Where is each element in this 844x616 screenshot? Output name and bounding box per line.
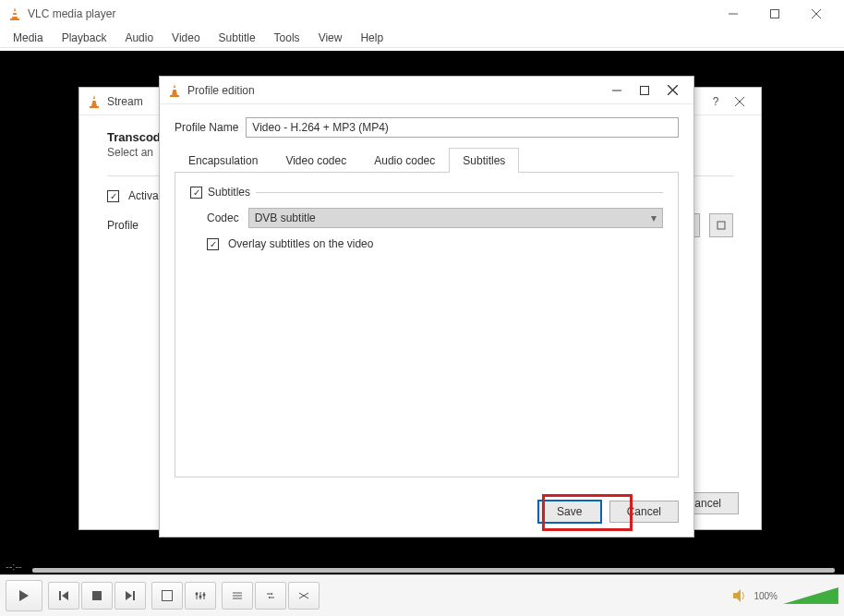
tab-subtitles[interactable]: Subtitles	[449, 148, 519, 173]
stream-close-button[interactable]	[726, 88, 754, 115]
menu-subtitle[interactable]: Subtitle	[210, 29, 265, 47]
chevron-down-icon: ▾	[651, 211, 657, 224]
svg-point-18	[196, 593, 199, 596]
tab-video-codec[interactable]: Video codec	[271, 148, 360, 173]
menu-help[interactable]: Help	[351, 29, 392, 47]
time-status: --:--	[6, 561, 22, 572]
vlc-cone-icon	[7, 6, 22, 21]
close-button[interactable]	[795, 0, 837, 28]
fullscreen-button[interactable]	[151, 582, 183, 610]
svg-point-19	[199, 596, 202, 598]
vlc-cone-icon	[167, 83, 182, 98]
svg-marker-8	[19, 590, 29, 601]
profile-name-label: Profile Name	[175, 121, 238, 134]
profile-maximize-button[interactable]	[631, 77, 658, 104]
profile-name-input[interactable]	[246, 117, 679, 138]
svg-rect-9	[59, 591, 61, 600]
play-button[interactable]	[6, 580, 42, 611]
menu-media[interactable]: Media	[4, 29, 53, 47]
save-button[interactable]: Save	[537, 500, 602, 524]
svg-marker-24	[733, 589, 741, 602]
main-titlebar: VLC media player	[0, 0, 844, 28]
svg-rect-2	[13, 11, 17, 13]
svg-rect-26	[90, 106, 99, 108]
vlc-cone-icon	[87, 94, 102, 109]
profile-label: Profile	[107, 219, 153, 232]
svg-point-20	[203, 594, 206, 597]
svg-marker-12	[126, 591, 132, 600]
maximize-button[interactable]	[754, 0, 795, 28]
subtitles-checkbox[interactable]: ✓	[190, 187, 202, 199]
profile-dialog-title: Profile edition	[187, 84, 603, 97]
svg-rect-37	[641, 86, 649, 94]
menubar: Media Playback Audio Video Subtitle Tool…	[0, 28, 844, 48]
main-title: VLC media player	[28, 7, 712, 20]
profile-dialog: Profile edition Profile Name Encapsulati…	[159, 76, 694, 537]
overlay-label: Overlay subtitles on the video	[228, 237, 373, 250]
svg-rect-35	[173, 88, 176, 90]
menu-audio[interactable]: Audio	[115, 29, 163, 47]
tab-audio-codec[interactable]: Audio codec	[360, 148, 449, 173]
speaker-icon[interactable]	[731, 587, 748, 604]
seek-bar[interactable]	[32, 565, 835, 574]
menu-view[interactable]: View	[309, 29, 352, 47]
svg-rect-1	[10, 18, 19, 20]
svg-rect-13	[133, 591, 135, 600]
volume-slider[interactable]	[783, 587, 838, 604]
menu-video[interactable]: Video	[163, 29, 209, 47]
svg-rect-11	[92, 591, 102, 600]
tab-encapsulation[interactable]: Encapsulation	[175, 148, 271, 173]
stop-button[interactable]	[81, 582, 113, 610]
svg-rect-3	[13, 15, 18, 17]
subtitles-check-label: Subtitles	[208, 186, 250, 199]
svg-rect-14	[163, 591, 173, 601]
svg-rect-5	[770, 10, 778, 18]
svg-marker-10	[62, 591, 68, 600]
codec-select: DVB subtitle ▾	[248, 208, 663, 228]
menu-playback[interactable]: Playback	[53, 29, 116, 47]
ext-settings-button[interactable]	[185, 582, 216, 610]
menu-tools[interactable]: Tools	[265, 29, 309, 47]
prev-button[interactable]	[48, 582, 79, 610]
profile-minimize-button[interactable]	[603, 77, 631, 104]
next-button[interactable]	[115, 582, 146, 610]
playlist-button[interactable]	[222, 582, 253, 610]
svg-rect-34	[170, 95, 179, 97]
profile-tabs: Encapsulation Video codec Audio codec Su…	[175, 147, 679, 173]
subtitles-pane: ✓ Subtitles Codec DVB subtitle ▾ ✓ Overl…	[175, 173, 679, 477]
activate-label: Activa	[128, 189, 159, 202]
minimize-button[interactable]	[712, 0, 754, 28]
codec-value: DVB subtitle	[255, 211, 316, 224]
random-button[interactable]	[288, 582, 320, 610]
cancel-button[interactable]: Cancel	[609, 501, 679, 523]
activate-checkbox[interactable]: ✓	[107, 190, 119, 202]
volume-label: 100%	[754, 591, 778, 601]
codec-label: Codec	[207, 211, 239, 224]
svg-rect-27	[92, 99, 96, 101]
help-button[interactable]: ?	[705, 95, 726, 108]
overlay-checkbox[interactable]: ✓	[207, 238, 219, 250]
svg-rect-32	[717, 222, 725, 229]
loop-button[interactable]	[255, 582, 286, 610]
playback-controls: 100%	[0, 574, 844, 616]
profile-close-button[interactable]	[658, 77, 686, 104]
profile-new-button[interactable]	[709, 213, 733, 237]
